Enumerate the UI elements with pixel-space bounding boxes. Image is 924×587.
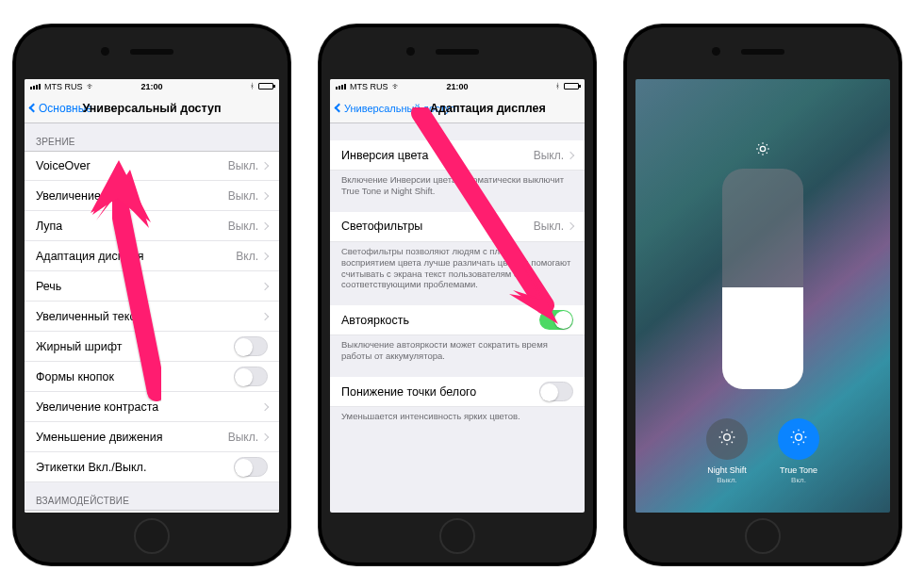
night-shift-status: Выкл. [707, 476, 747, 484]
cell-color-filters[interactable]: СветофильтрыВыкл. [330, 212, 585, 242]
switch-button-shapes[interactable] [234, 367, 268, 386]
chevron-right-icon [261, 162, 269, 170]
brightness-slider[interactable] [722, 169, 803, 389]
sun-icon [755, 141, 770, 159]
nav-bar: Универсальный доступ Адаптация дисплея [330, 93, 585, 123]
chevron-right-icon [261, 282, 269, 289]
cell-reachability[interactable]: Удобный доступ [25, 510, 279, 513]
true-tone-label: True Tone [780, 465, 817, 475]
cell-bold-text[interactable]: Жирный шрифт [25, 332, 279, 362]
battery-icon [564, 83, 579, 90]
cell-on-off-labels[interactable]: Этикетки Вкл./Выкл. [25, 452, 279, 482]
switch-bold-text[interactable] [234, 336, 268, 356]
nav-bar: Основные Универсальный доступ [25, 93, 279, 123]
svg-point-5 [796, 434, 802, 441]
cell-magnifier[interactable]: ЛупаВыкл. [25, 211, 279, 241]
bluetooth-icon: ᚼ [250, 82, 255, 90]
home-button-3[interactable] [745, 518, 781, 554]
cell-reduce-motion[interactable]: Уменьшение движенияВыкл. [25, 422, 279, 452]
chevron-right-icon [261, 252, 269, 259]
cell-button-shapes[interactable]: Формы кнопок [25, 362, 279, 392]
status-time: 21:00 [140, 82, 162, 91]
screen-control-center: Night Shift Выкл. True Tone Вкл. [635, 79, 890, 513]
wifi-icon: ᯤ [392, 82, 401, 91]
chevron-left-icon [335, 104, 344, 113]
chevron-right-icon [567, 151, 574, 158]
svg-point-3 [760, 146, 765, 151]
carrier-label: MTS RUS [44, 82, 83, 91]
chevron-right-icon [567, 222, 574, 230]
svg-point-4 [724, 434, 731, 441]
screen-display-accommodations: MTS RUS ᯤ 21:00 ᚼ Универсальный доступ А… [330, 79, 585, 513]
chevron-right-icon [261, 191, 269, 199]
switch-on-off-labels[interactable] [234, 457, 268, 477]
footer-auto-brightness: Выключение автояркости может сократить в… [330, 335, 585, 364]
true-tone-button[interactable]: True Tone Вкл. [778, 418, 819, 484]
nav-title: Адаптация дисплея [430, 102, 546, 115]
chevron-right-icon [261, 432, 269, 440]
true-tone-status: Вкл. [780, 476, 817, 484]
signal-icon [30, 84, 41, 90]
status-bar: MTS RUS ᯤ 21:00 ᚼ [330, 79, 585, 93]
cell-voiceover[interactable]: VoiceOverВыкл. [25, 151, 279, 181]
brightness-fill [722, 287, 803, 389]
wifi-icon: ᯤ [87, 82, 95, 91]
cell-invert-colors[interactable]: Инверсия цветаВыкл. [330, 140, 585, 171]
switch-reduce-white-point[interactable] [539, 382, 573, 401]
night-shift-label: Night Shift [707, 465, 747, 475]
chevron-right-icon [261, 312, 269, 319]
signal-icon [336, 84, 346, 90]
settings-content[interactable]: ЗРЕНИЕ VoiceOverВыкл. УвеличениеВыкл. Лу… [25, 123, 279, 513]
switch-auto-brightness[interactable] [539, 310, 573, 330]
screen-accessibility: MTS RUS ᯤ 21:00 ᚼ Основные Универсальный… [25, 79, 279, 513]
cell-auto-brightness[interactable]: Автояркость [330, 305, 585, 335]
chevron-right-icon [261, 221, 269, 229]
cell-increase-contrast[interactable]: Увеличение контраста [25, 392, 279, 422]
footer-invert: Включение Инверсии цвета автоматически в… [330, 171, 585, 199]
cell-zoom[interactable]: УвеличениеВыкл. [25, 181, 279, 211]
footer-reduce-white-point: Уменьшается интенсивность ярких цветов. [330, 407, 585, 424]
chevron-left-icon [29, 104, 39, 113]
nav-title: Универсальный доступ [83, 102, 222, 115]
phone-frame-1: MTS RUS ᯤ 21:00 ᚼ Основные Универсальный… [13, 24, 290, 565]
phone-frame-2: MTS RUS ᯤ 21:00 ᚼ Универсальный доступ А… [319, 24, 596, 565]
home-button-1[interactable] [134, 518, 170, 554]
true-tone-icon [789, 428, 808, 451]
settings-content[interactable]: Инверсия цветаВыкл. Включение Инверсии ц… [330, 123, 585, 513]
battery-icon [258, 83, 273, 90]
night-shift-icon [718, 428, 736, 451]
footer-filters: Светофильтры позволяют людям с плохим во… [330, 242, 585, 293]
status-time: 21:00 [446, 82, 468, 91]
night-shift-button[interactable]: Night Shift Выкл. [706, 418, 748, 484]
chevron-right-icon [261, 402, 269, 410]
bluetooth-icon: ᚼ [555, 82, 560, 90]
home-button-2[interactable] [439, 518, 475, 554]
status-bar: MTS RUS ᯤ 21:00 ᚼ [25, 79, 279, 93]
cell-speech[interactable]: Речь [25, 271, 279, 302]
cell-display-accommodations[interactable]: Адаптация дисплеяВкл. [25, 241, 279, 271]
cell-larger-text[interactable]: Увеличенный текст [25, 302, 279, 332]
phone-frame-3: Night Shift Выкл. True Tone Вкл. [624, 24, 901, 565]
cell-reduce-white-point[interactable]: Понижение точки белого [330, 377, 585, 407]
carrier-label: MTS RUS [350, 82, 388, 91]
section-header-interaction: ВЗАИМОДЕЙСТВИЕ [25, 482, 279, 510]
section-header-vision: ЗРЕНИЕ [25, 123, 279, 151]
